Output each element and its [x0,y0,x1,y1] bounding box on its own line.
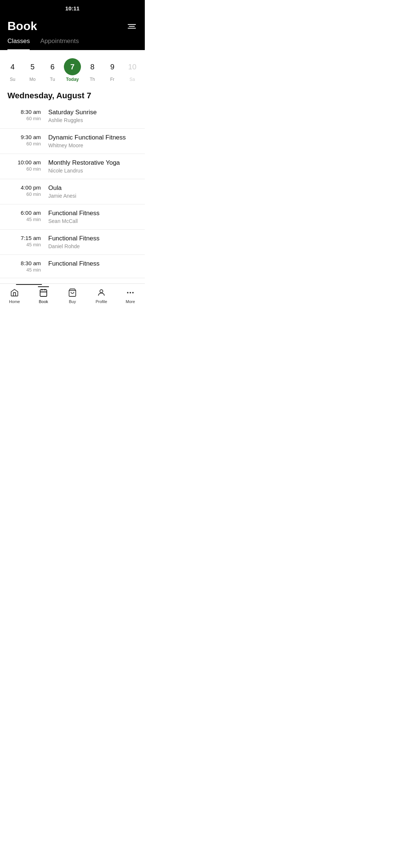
schedule-item[interactable]: 4:00 pm60 minOulaJamie Anesi [0,179,145,204]
instructor-name: Ashlie Ruggles [48,117,137,123]
schedule-info-block: Dynamic Functional FitnessWhitney Moore [48,134,137,148]
instructor-name: Sean McCall [48,218,137,224]
tab-appointments[interactable]: Appointments [40,37,79,50]
filter-button[interactable] [126,23,137,30]
date-number: 10 [124,58,141,75]
class-name: Monthly Restorative Yoga [48,159,137,167]
date-day-label: Mo [29,77,36,82]
schedule-item[interactable]: 9:30 am60 minDynamic Functional FitnessW… [0,129,145,154]
schedule-time: 8:30 am [7,260,41,266]
date-day-label: Tu [50,77,55,82]
schedule-duration: 60 min [7,166,41,172]
profile-icon [97,287,106,298]
schedule-time-block: 10:00 am60 min [7,159,41,172]
class-name: Dynamic Functional Fitness [48,134,137,141]
book-icon [39,287,48,298]
class-name: Functional Fitness [48,260,137,267]
schedule-time-block: 8:30 am60 min [7,109,41,121]
instructor-name: Daniel Rohde [48,243,137,249]
date-number: 5 [24,58,41,75]
schedule-item[interactable]: 10:00 am60 minMonthly Restorative YogaNi… [0,154,145,179]
date-item-10[interactable]: 10Sa [123,55,141,85]
date-number: 7 [64,58,81,75]
schedule-item[interactable]: 7:15 am45 minFunctional FitnessDaniel Ro… [0,230,145,255]
schedule-item[interactable]: 8:30 am45 minFunctional Fitness [0,255,145,278]
class-name: Functional Fitness [48,210,137,217]
instructor-name: Jamie Anesi [48,193,137,199]
schedule-item[interactable]: 6:00 am45 minFunctional FitnessSean McCa… [0,204,145,230]
date-day-label: Su [10,77,16,82]
date-day-label: Fr [110,77,114,82]
schedule-duration: 60 min [7,116,41,121]
bottom-nav: HomeBookBuyProfileMore [0,283,145,313]
nav-label-buy: Buy [69,299,76,304]
schedule-time: 9:30 am [7,134,41,140]
svg-rect-0 [40,290,47,296]
nav-item-more[interactable]: More [116,287,145,304]
schedule-time: 6:00 am [7,210,41,216]
date-day-label: Th [90,77,95,82]
nav-item-home[interactable]: Home [0,287,29,304]
instructor-name: Whitney Moore [48,142,137,148]
more-icon [126,287,135,298]
date-heading: Wednesday, August 7 [0,85,145,103]
date-item-9[interactable]: 9Fr [104,55,121,85]
schedule-time-block: 4:00 pm60 min [7,184,41,197]
date-item-8[interactable]: 8Th [84,55,101,85]
schedule-info-block: Functional FitnessSean McCall [48,210,137,224]
schedule-duration: 60 min [7,191,41,197]
date-item-5[interactable]: 5Mo [24,55,42,85]
header: Book [0,16,145,33]
svg-point-4 [130,292,131,293]
schedule-time-block: 8:30 am45 min [7,260,41,273]
date-day-label: Today [66,77,79,82]
buy-icon [68,287,77,298]
nav-item-buy[interactable]: Buy [58,287,87,304]
nav-active-indicator [16,284,42,285]
status-time: 10:11 [65,5,79,11]
schedule-duration: 45 min [7,217,41,222]
page-title: Book [7,19,37,33]
nav-item-book[interactable]: Book [29,287,58,304]
class-name: Functional Fitness [48,235,137,242]
schedule-item[interactable]: 8:30 am60 minSaturday SunriseAshlie Rugg… [0,103,145,129]
schedule-info-block: OulaJamie Anesi [48,184,137,199]
schedule-time: 8:30 am [7,109,41,115]
schedule-info-block: Functional Fitness [48,260,137,269]
schedule-time-block: 6:00 am45 min [7,210,41,222]
class-name: Oula [48,184,137,192]
date-number: 8 [84,58,101,75]
nav-item-profile[interactable]: Profile [87,287,116,304]
date-item-6[interactable]: 6Tu [43,55,61,85]
date-day-label: Sa [130,77,135,82]
schedule-time: 10:00 am [7,159,41,165]
schedule-info-block: Saturday SunriseAshlie Ruggles [48,109,137,123]
date-item-7[interactable]: 7Today [63,55,81,85]
schedule-duration: 45 min [7,242,41,247]
tab-classes[interactable]: Classes [7,37,30,50]
svg-point-3 [127,292,128,293]
class-name: Saturday Sunrise [48,109,137,116]
schedule-time-block: 7:15 am45 min [7,235,41,247]
date-number: 6 [44,58,61,75]
nav-label-profile: Profile [95,299,107,304]
date-number: 9 [104,58,121,75]
date-item-4[interactable]: 4Su [4,55,22,85]
instructor-name: Nicole Landrus [48,168,137,174]
nav-label-more: More [125,299,135,304]
home-icon [10,287,19,298]
svg-point-5 [132,292,134,293]
schedule-duration: 45 min [7,267,41,273]
schedule-time: 7:15 am [7,235,41,241]
schedule-time-block: 9:30 am60 min [7,134,41,147]
status-bar: 10:11 [0,0,145,16]
schedule-info-block: Monthly Restorative YogaNicole Landrus [48,159,137,174]
schedule-time: 4:00 pm [7,184,41,191]
schedule-info-block: Functional FitnessDaniel Rohde [48,235,137,249]
nav-label-book: Book [39,299,48,304]
svg-point-2 [100,290,103,293]
date-picker: 4Su5Mo6Tu7Today8Th9Fr10Sa [0,50,145,85]
schedule-list: 8:30 am60 minSaturday SunriseAshlie Rugg… [0,103,145,285]
tab-bar: Classes Appointments [0,33,145,50]
date-number: 4 [4,58,21,75]
